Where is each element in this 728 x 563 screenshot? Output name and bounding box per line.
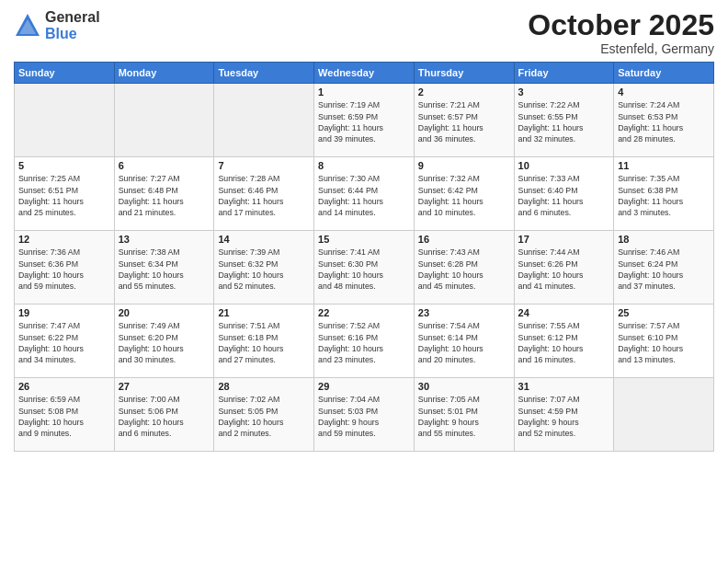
day-number: 12: [18, 234, 110, 245]
calendar-cell: 11Sunrise: 7:35 AM Sunset: 6:38 PM Dayli…: [614, 157, 714, 231]
day-info: Sunrise: 7:47 AM Sunset: 6:22 PM Dayligh…: [18, 320, 110, 365]
day-number: 14: [218, 234, 310, 245]
day-number: 26: [18, 381, 110, 392]
calendar-cell: 10Sunrise: 7:33 AM Sunset: 6:40 PM Dayli…: [514, 157, 614, 231]
day-number: 1: [318, 86, 410, 98]
calendar-week-3: 12Sunrise: 7:36 AM Sunset: 6:36 PM Dayli…: [15, 231, 714, 304]
day-info: Sunrise: 7:07 AM Sunset: 4:59 PM Dayligh…: [518, 394, 610, 439]
calendar-cell: 17Sunrise: 7:44 AM Sunset: 6:26 PM Dayli…: [514, 231, 614, 304]
calendar-cell: [614, 378, 714, 452]
day-info: Sunrise: 7:19 AM Sunset: 6:59 PM Dayligh…: [318, 99, 410, 144]
col-saturday: Saturday: [614, 63, 714, 84]
day-number: 13: [119, 234, 210, 245]
day-number: 11: [618, 160, 710, 171]
day-info: Sunrise: 7:25 AM Sunset: 6:51 PM Dayligh…: [18, 173, 110, 218]
day-info: Sunrise: 7:27 AM Sunset: 6:48 PM Dayligh…: [119, 173, 210, 218]
calendar-cell: 22Sunrise: 7:52 AM Sunset: 6:16 PM Dayli…: [314, 304, 415, 378]
logo-text: General Blue: [45, 9, 100, 41]
calendar-cell: 16Sunrise: 7:43 AM Sunset: 6:28 PM Dayli…: [414, 231, 514, 304]
calendar-cell: 18Sunrise: 7:46 AM Sunset: 6:24 PM Dayli…: [614, 231, 714, 304]
calendar-cell: 26Sunrise: 6:59 AM Sunset: 5:08 PM Dayli…: [15, 378, 115, 452]
day-number: 8: [318, 160, 410, 171]
calendar-body: 1Sunrise: 7:19 AM Sunset: 6:59 PM Daylig…: [15, 84, 714, 452]
calendar-cell: 1Sunrise: 7:19 AM Sunset: 6:59 PM Daylig…: [314, 84, 415, 157]
day-number: 7: [218, 160, 310, 171]
calendar-week-2: 5Sunrise: 7:25 AM Sunset: 6:51 PM Daylig…: [15, 157, 714, 231]
calendar-cell: 8Sunrise: 7:30 AM Sunset: 6:44 PM Daylig…: [314, 157, 415, 231]
calendar-cell: 19Sunrise: 7:47 AM Sunset: 6:22 PM Dayli…: [15, 304, 115, 378]
day-number: 9: [418, 160, 510, 171]
day-number: 6: [119, 160, 210, 171]
calendar-subtitle: Estenfeld, Germany: [528, 41, 714, 56]
calendar-table: Sunday Monday Tuesday Wednesday Thursday…: [14, 62, 714, 452]
day-number: 3: [518, 86, 610, 98]
calendar-week-1: 1Sunrise: 7:19 AM Sunset: 6:59 PM Daylig…: [15, 84, 714, 157]
day-number: 16: [418, 234, 510, 245]
day-info: Sunrise: 7:57 AM Sunset: 6:10 PM Dayligh…: [618, 320, 710, 365]
day-number: 25: [618, 307, 710, 318]
day-number: 30: [418, 381, 510, 392]
day-info: Sunrise: 7:55 AM Sunset: 6:12 PM Dayligh…: [518, 320, 610, 365]
calendar-cell: 27Sunrise: 7:00 AM Sunset: 5:06 PM Dayli…: [114, 378, 214, 452]
calendar-cell: 29Sunrise: 7:04 AM Sunset: 5:03 PM Dayli…: [314, 378, 415, 452]
day-info: Sunrise: 7:22 AM Sunset: 6:55 PM Dayligh…: [518, 99, 610, 144]
calendar-cell: 14Sunrise: 7:39 AM Sunset: 6:32 PM Dayli…: [214, 231, 314, 304]
day-number: 15: [318, 234, 410, 245]
logo-icon: [14, 12, 41, 40]
day-info: Sunrise: 7:54 AM Sunset: 6:14 PM Dayligh…: [418, 320, 510, 365]
day-number: 21: [218, 307, 310, 318]
col-friday: Friday: [514, 63, 614, 84]
day-info: Sunrise: 7:43 AM Sunset: 6:28 PM Dayligh…: [418, 247, 510, 292]
calendar-cell: 15Sunrise: 7:41 AM Sunset: 6:30 PM Dayli…: [314, 231, 415, 304]
day-info: Sunrise: 7:24 AM Sunset: 6:53 PM Dayligh…: [618, 99, 710, 144]
col-tuesday: Tuesday: [214, 63, 314, 84]
calendar-cell: 12Sunrise: 7:36 AM Sunset: 6:36 PM Dayli…: [15, 231, 115, 304]
day-info: Sunrise: 7:35 AM Sunset: 6:38 PM Dayligh…: [618, 173, 710, 218]
calendar-cell: [15, 84, 115, 157]
calendar-cell: 31Sunrise: 7:07 AM Sunset: 4:59 PM Dayli…: [514, 378, 614, 452]
calendar-week-4: 19Sunrise: 7:47 AM Sunset: 6:22 PM Dayli…: [15, 304, 714, 378]
day-number: 4: [618, 86, 710, 98]
calendar-cell: 28Sunrise: 7:02 AM Sunset: 5:05 PM Dayli…: [214, 378, 314, 452]
day-info: Sunrise: 7:52 AM Sunset: 6:16 PM Dayligh…: [318, 320, 410, 365]
day-number: 27: [119, 381, 210, 392]
day-info: Sunrise: 7:05 AM Sunset: 5:01 PM Dayligh…: [418, 394, 510, 439]
calendar-cell: 9Sunrise: 7:32 AM Sunset: 6:42 PM Daylig…: [414, 157, 514, 231]
col-wednesday: Wednesday: [314, 63, 415, 84]
day-number: 18: [618, 234, 710, 245]
day-info: Sunrise: 7:32 AM Sunset: 6:42 PM Dayligh…: [418, 173, 510, 218]
calendar-cell: 21Sunrise: 7:51 AM Sunset: 6:18 PM Dayli…: [214, 304, 314, 378]
day-number: 28: [218, 381, 310, 392]
header-row: Sunday Monday Tuesday Wednesday Thursday…: [15, 63, 714, 84]
day-number: 24: [518, 307, 610, 318]
day-number: 10: [518, 160, 610, 171]
calendar-header: Sunday Monday Tuesday Wednesday Thursday…: [15, 63, 714, 84]
day-number: 17: [518, 234, 610, 245]
col-monday: Monday: [114, 63, 214, 84]
day-number: 20: [119, 307, 210, 318]
day-number: 19: [18, 307, 110, 318]
calendar-cell: 5Sunrise: 7:25 AM Sunset: 6:51 PM Daylig…: [15, 157, 115, 231]
day-info: Sunrise: 7:02 AM Sunset: 5:05 PM Dayligh…: [218, 394, 310, 439]
calendar-cell: 4Sunrise: 7:24 AM Sunset: 6:53 PM Daylig…: [614, 84, 714, 157]
calendar-cell: 24Sunrise: 7:55 AM Sunset: 6:12 PM Dayli…: [514, 304, 614, 378]
calendar-week-5: 26Sunrise: 6:59 AM Sunset: 5:08 PM Dayli…: [15, 378, 714, 452]
logo-blue-text: Blue: [45, 26, 100, 42]
calendar-cell: [214, 84, 314, 157]
calendar-cell: 25Sunrise: 7:57 AM Sunset: 6:10 PM Dayli…: [614, 304, 714, 378]
calendar-cell: 20Sunrise: 7:49 AM Sunset: 6:20 PM Dayli…: [114, 304, 214, 378]
day-info: Sunrise: 7:41 AM Sunset: 6:30 PM Dayligh…: [318, 247, 410, 292]
day-info: Sunrise: 7:28 AM Sunset: 6:46 PM Dayligh…: [218, 173, 310, 218]
day-info: Sunrise: 7:00 AM Sunset: 5:06 PM Dayligh…: [119, 394, 210, 439]
header: General Blue October 2025 Estenfeld, Ger…: [14, 9, 714, 56]
day-info: Sunrise: 7:33 AM Sunset: 6:40 PM Dayligh…: [518, 173, 610, 218]
day-info: Sunrise: 7:46 AM Sunset: 6:24 PM Dayligh…: [618, 247, 710, 292]
logo-general-text: General: [45, 9, 100, 26]
day-number: 29: [318, 381, 410, 392]
day-info: Sunrise: 7:30 AM Sunset: 6:44 PM Dayligh…: [318, 173, 410, 218]
day-info: Sunrise: 7:04 AM Sunset: 5:03 PM Dayligh…: [318, 394, 410, 439]
day-number: 22: [318, 307, 410, 318]
calendar-cell: 23Sunrise: 7:54 AM Sunset: 6:14 PM Dayli…: [414, 304, 514, 378]
calendar-cell: 2Sunrise: 7:21 AM Sunset: 6:57 PM Daylig…: [414, 84, 514, 157]
page: General Blue October 2025 Estenfeld, Ger…: [0, 0, 728, 563]
